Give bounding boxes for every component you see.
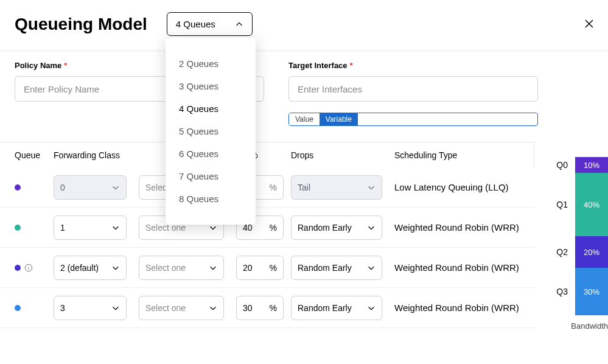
queue-count-value: 4 Queues (176, 19, 215, 29)
table-row: 0 Select one % Tail Low Latency Queuing … (0, 167, 534, 208)
target-interface-input[interactable] (288, 76, 538, 102)
drops-select: Tail (291, 175, 382, 200)
queue-dot (15, 265, 21, 271)
chevron-down-icon (367, 304, 376, 312)
forwarding-class-select[interactable]: Select one (139, 296, 224, 320)
drops-select[interactable]: Random Early (291, 256, 382, 280)
chevron-down-icon (111, 264, 120, 272)
queue-option[interactable]: 3 Queues (166, 75, 256, 97)
chevron-down-icon (367, 264, 376, 272)
bar: 40% (575, 173, 608, 236)
scheduling-type: Low Latency Queuing (LLQ) (394, 182, 534, 192)
scheduling-type: Weighted Round Robin (WRR) (394, 303, 534, 313)
bar: 20% (575, 236, 608, 268)
toggle-variable[interactable]: Variable (320, 113, 358, 125)
queue-option[interactable]: 7 Queues (166, 165, 256, 187)
target-interface-label: Target Interface* (288, 61, 538, 70)
queue-option[interactable]: 4 Queues (166, 97, 256, 120)
bar-label: Q2 (552, 247, 568, 257)
queue-dot (15, 225, 21, 231)
queue-dot (15, 305, 21, 311)
toggle-value[interactable]: Value (289, 113, 320, 125)
scheduling-type: Weighted Round Robin (WRR) (394, 222, 534, 233)
drops-select[interactable]: Random Early (291, 296, 382, 320)
queue-count-dropdown[interactable]: 2 Queues3 Queues4 Queues5 Queues6 Queues… (166, 38, 256, 225)
bar-label: Q3 (552, 287, 568, 296)
queue-select[interactable]: 2 (default) (54, 256, 127, 280)
queue-select[interactable]: 1 (54, 215, 127, 240)
drops-select[interactable]: Random Early (291, 215, 382, 240)
chevron-down-icon (209, 264, 217, 272)
queue-count-select[interactable]: 4 Queues (167, 12, 253, 36)
chevron-down-icon (367, 183, 376, 192)
queue-select[interactable]: 3 (54, 296, 127, 320)
chevron-down-icon (367, 223, 376, 232)
col-queue: Queue (15, 150, 54, 160)
chevron-down-icon (111, 304, 120, 312)
scheduling-type: Weighted Round Robin (WRR) (394, 262, 534, 273)
table-header: Queue Forwarding Class dth % Drops Sched… (0, 142, 534, 167)
queue-option[interactable]: 8 Queues (166, 187, 256, 210)
bar: 30% (575, 268, 608, 315)
close-icon (584, 18, 595, 29)
bar-label: Q1 (552, 200, 568, 209)
forwarding-class-select[interactable]: Select one (139, 256, 224, 280)
table-row: 3 Select one 30% Random Early Weighted R… (0, 288, 534, 328)
chevron-down-icon (209, 304, 217, 312)
bandwidth-chart: Q0 10%Q1 40%Q2 20%Q3 30% Bandwidth (552, 157, 608, 331)
bandwidth-input[interactable]: 30% (236, 296, 284, 320)
queue-option[interactable]: 2 Queues (166, 52, 256, 75)
queue-dot (15, 184, 21, 191)
col-drops: Drops (291, 150, 394, 160)
chevron-down-icon (111, 223, 120, 232)
table-row: 2 (default) Select one 20% Random Early … (0, 248, 534, 288)
bar: 10% (575, 157, 608, 173)
page-title: Queueing Model (15, 15, 147, 34)
chevron-up-icon (235, 20, 243, 29)
queue-option[interactable]: 6 Queues (166, 142, 256, 165)
value-variable-toggle[interactable]: Value Variable (288, 113, 538, 126)
bandwidth-axis-label: Bandwidth (571, 321, 608, 331)
col-sched: Scheduling Type (394, 150, 534, 160)
info-icon[interactable] (24, 264, 33, 272)
chevron-down-icon (111, 183, 120, 192)
bandwidth-input[interactable]: 20% (236, 256, 284, 280)
col-fc: Forwarding Class (54, 150, 139, 160)
table-row: 1 Select one 40% Random Early Weighted R… (0, 208, 534, 248)
queue-option[interactable]: 5 Queues (166, 120, 256, 142)
bar-label: Q0 (552, 160, 568, 170)
queue-select: 0 (54, 175, 127, 200)
close-button[interactable] (584, 18, 595, 32)
